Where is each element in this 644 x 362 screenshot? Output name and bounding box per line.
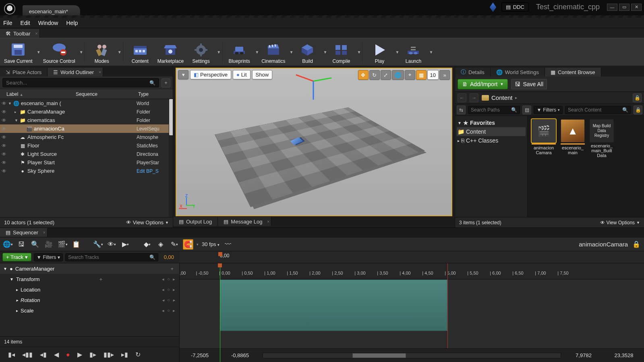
tp-prev-key[interactable]: ◂▮▮ [22,351,33,358]
tp-record[interactable]: ● [66,351,70,358]
viewport-grid-snap[interactable]: ▦ [416,70,427,80]
tp-step-fwd[interactable]: ▮▸ [89,351,96,358]
cinematics-button[interactable]: Cinematics [259,39,288,65]
visibility-eye-icon[interactable]: 👁 [2,126,8,132]
col-type[interactable]: Type [137,90,173,99]
outliner-body[interactable]: 👁 ▼🌐escenario_main ( World👁 ▸📁CameraMana… [0,99,173,217]
nav-back[interactable]: ← [458,93,466,102]
seq-timeline[interactable]: | -1,00| -0,50| 0,00| 0,50| 1,00| 1,50| … [180,263,644,362]
viewport[interactable]: ▾ ◧Perspective ●Lit Show ✥ ↻ ⤢ 🌐 ⌖ ▦ 10 … [176,68,452,216]
search-content[interactable]: 🔍 [565,106,631,114]
cb-asset-grid[interactable]: 🎬animacion Camara▲escenario_ mainMap Bui… [528,116,644,217]
track-add-icon[interactable]: + [168,266,176,272]
tp-next-key[interactable]: ▮▮▸ [104,351,114,358]
viewport-select-mode[interactable]: ✥ [358,70,369,80]
toolbar-tab[interactable]: 🛠 Toolbar [0,29,40,38]
build-dropdown[interactable]: ▼ [321,50,326,54]
visibility-eye-icon[interactable]: 👁 [2,101,8,106]
seq-save-button[interactable]: 🖫 [16,239,27,250]
outliner-search-input[interactable] [6,80,149,86]
filters-button[interactable]: ▼ Filters ▾ [534,106,563,114]
visibility-eye-icon[interactable]: 👁 [2,151,8,157]
source-dropdown[interactable]: ▼ [78,50,83,54]
outliner-row[interactable]: 👁 ▸📁CameraManage Folder [0,108,173,116]
seq-clapper-button[interactable]: 📋 [71,239,81,250]
seq-camera-button[interactable]: 🎥 [43,239,54,250]
seq-eye-button[interactable]: 👁▾ [106,239,117,250]
tp-reverse[interactable]: ◀ [54,351,59,358]
seq-play-button[interactable]: ▶▾ [120,239,130,250]
visibility-eye-icon[interactable]: 👁 [2,109,8,115]
range-end-outer[interactable]: 23,3528 [604,352,644,358]
viewport-snap-value[interactable]: 10 [427,70,439,80]
visibility-eye-icon[interactable]: 👁 [2,160,8,165]
range-scrollbar[interactable] [263,353,561,358]
range-start-inner[interactable]: -0,8865 [220,352,260,358]
tab-place-actors[interactable]: ⇲Place Actors [0,68,48,77]
outliner-row[interactable]: 👁 ▼🌐escenario_main ( World [0,99,173,108]
marketplace-button[interactable]: Marketplace [155,39,186,65]
launch-button[interactable]: Launch [399,39,427,65]
menu-window[interactable]: Window [38,20,58,26]
settings-button[interactable]: Settings [187,39,215,65]
range-start-outer[interactable]: -7,2505 [180,352,220,358]
tab-details[interactable]: ⓘDetails [455,68,491,77]
tp-end[interactable]: ▸▮ [121,351,128,358]
seq-playhead-time[interactable]: 0,00 [161,254,177,260]
outliner-search[interactable]: 🔍 [2,78,159,87]
play-dropdown[interactable]: ▼ [393,50,398,54]
actor-cube[interactable] [290,137,302,145]
save-dropdown[interactable]: ▼ [35,50,40,54]
outliner-scrollbar[interactable] [169,99,173,217]
save-current-button[interactable]: Save Current [2,39,35,65]
menu-file[interactable]: File [3,20,12,26]
track-transform[interactable]: ▼Transform+◂ ○ ▸ [0,274,179,284]
asset-thumb[interactable]: 🎬animacion Camara [531,119,557,158]
breadcrumb[interactable]: Content ▸ [482,94,517,101]
outliner-row[interactable]: 👁 🎬animacionCa LevelSequ [0,124,173,133]
viewport-show-button[interactable]: Show [252,70,273,79]
col-label[interactable]: Label ▲ [0,90,72,99]
tab-world-outliner[interactable]: ☰World Outliner [48,68,103,77]
viewport-expand[interactable]: » [439,70,450,80]
minimize-button[interactable]: — [607,4,617,11]
transform-clip[interactable] [220,279,447,331]
viewport-perspective-button[interactable]: ◧Perspective [190,70,231,79]
seq-fps[interactable]: 30 fps ▾ [202,241,219,247]
visibility-eye-icon[interactable]: 👁 [2,118,8,123]
outliner-row[interactable]: 👁 ●Sky Sphere Edit BP_S [0,167,173,175]
compile-button[interactable]: Compile [327,39,355,65]
blueprints-dropdown[interactable]: ▼ [253,50,258,54]
modes-dropdown[interactable]: ▼ [116,50,121,54]
source-control-button[interactable]: Source Control [41,39,78,65]
settings-dropdown[interactable]: ▼ [215,50,220,54]
cb-view-mode[interactable]: ▤ [522,105,531,114]
tab-content-browser[interactable]: ▦Content Browse [545,68,601,77]
launch-dropdown[interactable]: ▼ [427,50,432,54]
visibility-eye-icon[interactable]: 👁 [2,134,8,140]
viewport-scale-mode[interactable]: ⤢ [381,70,391,80]
outliner-view-options[interactable]: 👁View Options▼ [126,219,169,225]
nav-fwd[interactable]: → [470,93,478,102]
close-button[interactable]: ✕ [631,4,642,11]
lock-button[interactable]: 🔒 [633,93,642,102]
save-all-button[interactable]: 🖫Save All [511,79,547,89]
viewport-globe-button[interactable]: 🌐 [392,70,404,80]
seq-wrench-button[interactable]: 🔧▾ [93,239,103,250]
play-button[interactable]: Play [365,39,393,65]
cinematics-dropdown[interactable]: ▼ [288,50,292,54]
end-marker[interactable] [447,263,448,362]
range-end-inner[interactable]: 7,9782 [563,352,604,358]
track-scale[interactable]: ▸Scale◂ ○ ▸ [0,305,179,316]
cb-cpp-classes[interactable]: ▸⎘C++ Classes [457,136,526,145]
asset-thumb[interactable]: Map BuildDataRegistryescenario_ main_Bui… [589,119,615,158]
visibility-eye-icon[interactable]: 👁 [2,168,8,174]
tab-message-log[interactable]: ▤Message Log [218,217,271,226]
compile-dropdown[interactable]: ▼ [355,50,360,54]
cb-favorites[interactable]: ▼★Favorites [457,118,526,127]
seq-world-button[interactable]: 🌐▾ [2,239,13,250]
outliner-add-button[interactable]: ＋ [162,79,170,87]
cb-sources-toggle[interactable]: ⇆ [457,105,466,114]
tp-play[interactable]: ▶ [77,351,82,358]
outliner-row[interactable]: 👁 ☁Atmospheric Fc Atmosphe [0,133,173,141]
